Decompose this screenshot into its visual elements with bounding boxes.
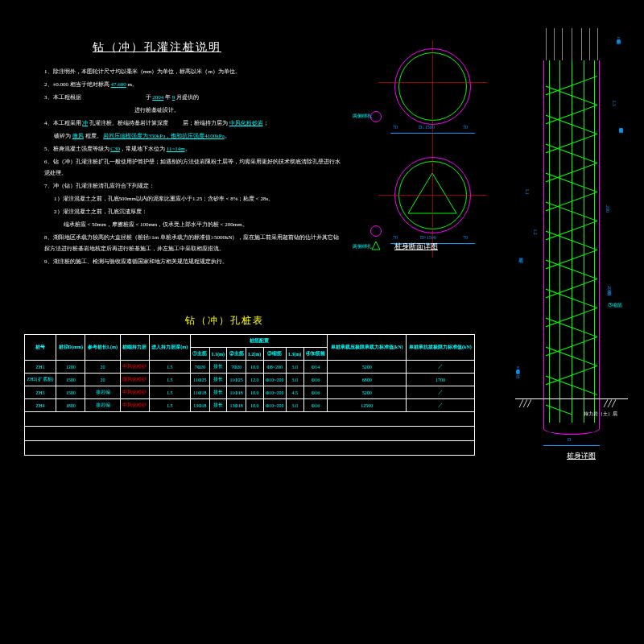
note-7-3: 端承桩应＜50mm，摩擦桩应＜100mm，仅承受上部水平力的桩＜200mm。: [44, 219, 342, 230]
dim-200: 200: [605, 205, 610, 213]
dim-70-2: 70: [463, 125, 468, 130]
center-line-h2: [378, 195, 487, 196]
grid-v7: [597, 28, 598, 60]
th-l3: L3(m): [287, 348, 304, 361]
grid-v3: [562, 28, 563, 60]
note-5: 5、桩身混凝土强度等级为 C30，常规地下水位为 11~14m。: [44, 143, 342, 155]
th-depth: 进入持力层深(m): [149, 335, 190, 361]
pile-elevation-view: ╱╱╱ ╱╱╱ 持力岩（土）层 D L1 L2 L3 200 接2000 ③缩筋…: [515, 28, 628, 455]
small-triangle-icon: [370, 240, 382, 251]
ground-line: [515, 398, 628, 399]
dim-70-1: 70: [393, 125, 398, 130]
th-l2: L2(m): [246, 348, 263, 361]
th-l1: L1(m): [209, 348, 227, 361]
note-7-2: 2）灌注混凝土之前，孔底沉渣厚度：: [44, 206, 342, 217]
dim-l1: L1: [525, 189, 530, 195]
leader-1: 两侧绑扎: [353, 113, 372, 120]
pile-label: 桩身详图: [567, 451, 596, 461]
pile-bottom: [543, 423, 600, 435]
note-3: 3、本工程根据于 2004 年 9 月提供的: [44, 92, 342, 103]
center-line-h1: [378, 82, 487, 83]
table-title: 钻（冲）孔桩表: [185, 314, 264, 328]
th-r3: ③缩筋: [263, 348, 286, 361]
section-label: 桩身断面详图: [394, 242, 438, 252]
note-3b: 进行桩基础设计。: [44, 105, 342, 116]
th-d: 桩径D(mm): [56, 335, 85, 361]
top-note: 钢筋笼顶部100: [616, 36, 621, 43]
drawing-title: 钻（冲）孔灌注桩说明: [93, 40, 221, 55]
ground-hatch: ╱╱╱: [519, 400, 531, 407]
notes-block: 1、除注明外，本图轮计尺寸均以毫米（mm）为单位，标高以米（m）为单位。 2、±…: [44, 64, 342, 269]
grid-v1: [546, 28, 547, 60]
note-6: 6、钻（冲）孔灌注桩扩孔一般使用护筒护壁；如遇别的方法使岩限粉土层等，均需采用更…: [44, 156, 342, 179]
grid-v4: [572, 28, 572, 60]
note-4b: 破碎为 微风 程度。 岩间压缩模强度为350kPa，饱和抗压强度4100kPa。: [44, 130, 342, 142]
empty-row: [25, 427, 475, 441]
note-9: 9、湖注桩的施工、检测与验收应遵循国家和地方相关规范规程规定执行。: [44, 256, 342, 267]
ground-label: 持力岩（土）层: [584, 411, 617, 418]
ground-hatch-2: ╱╱╱: [604, 400, 616, 407]
small-circle-1: [370, 111, 382, 122]
leader-2: 两侧绑扎: [353, 243, 372, 250]
dim-70-4: 70: [463, 235, 468, 240]
empty-row: [25, 412, 475, 427]
small-circle-2: [370, 225, 382, 237]
grid-v5: [581, 28, 582, 60]
dim-d-label: D: [568, 437, 571, 442]
th-rebar: 桩筋配置: [191, 335, 328, 348]
table-row: ZH41800接岩编中风化粉砂1.513Φ18接长13Φ1810.0Φ10~20…: [25, 399, 475, 412]
th-cap2: 单桩承抗拔极限力标准值(kN): [406, 335, 474, 361]
note-8: 8、湖阳地区承载力较高的大直径桩（桩径≥1m 单桩承载力的标准值≥5000kN）…: [44, 232, 342, 254]
spiral-rebar: [546, 68, 597, 415]
dim-d: [543, 445, 600, 446]
th-id: 桩号: [25, 335, 56, 361]
dim-l3: L3: [612, 101, 617, 106]
pile-table: 桩号 桩径D(mm) 参考桩长L(m) 桩端持力层 进入持力层深(m) 桩筋配置…: [24, 334, 475, 456]
th-layer: 桩端持力层: [120, 335, 149, 361]
empty-row: [25, 441, 475, 456]
grid-v2: [554, 28, 555, 60]
dim-70-3: 70: [393, 235, 398, 240]
note-4: 4、本工程采用 冲 孔灌注桩。桩端持基岩计算深度 层；桩端持力层为 中风化粉砂岩…: [44, 118, 342, 129]
dim-d2: D>1500: [420, 235, 436, 240]
center-line-v: [432, 40, 433, 258]
note-7-1: 1）灌注混凝土之前，孔底500mm以内的泥浆比重应小于1.25；含砂率＜8%；粘…: [44, 193, 342, 204]
dim-2000: 接2000: [605, 286, 613, 295]
note-1: 1、除注明外，本图轮计尺寸均以毫米（mm）为单位，标高以米（m）为单位。: [44, 66, 342, 77]
note-7: 7、冲（钻）孔灌注桩清孔应符合下列规定：: [44, 180, 342, 192]
th-r2: ②主筋: [227, 348, 246, 361]
note-2: 2、±0.000 相当于绝对标高 47.600 m。: [44, 79, 342, 90]
table-row: ZH1120020中风化粉砂1.57Φ20接长7Φ2010.0Φ8~2003.0…: [25, 361, 475, 374]
dim-l2: L2: [533, 229, 538, 235]
th-r4: ④加筋箍: [303, 348, 328, 361]
leader-3: ③缩筋: [608, 302, 622, 309]
grid-v6: [589, 28, 590, 60]
svg-marker-1: [372, 242, 380, 250]
th-l: 参考桩长L(m): [85, 335, 120, 361]
table-row: ZH31500接岩编中风化粉砂1.511Φ18接长11Φ1810.0Φ10~20…: [25, 386, 475, 399]
table-row: ZH2(扩底桩)150020微风化粉砂1.511Φ25接长11Φ2512.0Φ1…: [25, 374, 475, 386]
bottom-note: 长边应不小于桩长的0.6倍: [515, 366, 520, 371]
th-r1: ①主筋: [191, 348, 210, 361]
th-cap1: 单桩承载压极限承载力标准值(kN): [328, 335, 406, 361]
